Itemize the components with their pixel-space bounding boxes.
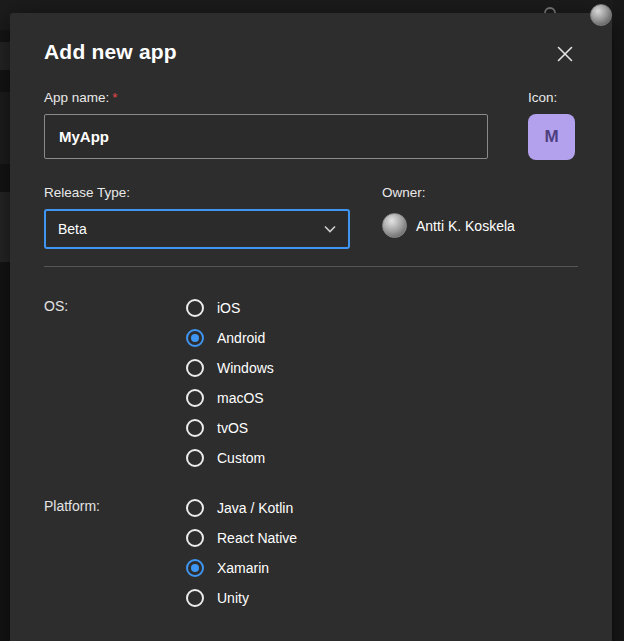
platform-radio-group: Java / KotlinReact NativeXamarinUnity	[186, 493, 297, 613]
radio-option-unity[interactable]: Unity	[186, 583, 297, 613]
radio-option-label: Unity	[217, 590, 249, 606]
radio-option-label: iOS	[217, 300, 240, 316]
owner-name: Antti K. Koskela	[416, 218, 515, 234]
radio-option-label: React Native	[217, 530, 297, 546]
radio-dot	[191, 564, 199, 572]
app-name-input[interactable]	[44, 114, 488, 159]
radio-selected-icon[interactable]	[186, 329, 204, 347]
radio-option-custom[interactable]: Custom	[186, 443, 274, 473]
radio-option-android[interactable]: Android	[186, 323, 274, 353]
radio-dot	[191, 334, 199, 342]
radio-option-label: Windows	[217, 360, 274, 376]
app-icon-letter: M	[544, 127, 558, 147]
radio-option-label: macOS	[217, 390, 264, 406]
os-radio-group: iOSAndroidWindowsmacOStvOSCustom	[186, 293, 274, 473]
radio-option-label: Android	[217, 330, 265, 346]
radio-icon[interactable]	[186, 589, 204, 607]
radio-option-label: Xamarin	[217, 560, 269, 576]
radio-icon[interactable]	[186, 389, 204, 407]
os-group-label: OS:	[44, 293, 186, 473]
radio-option-react-native[interactable]: React Native	[186, 523, 297, 553]
radio-icon[interactable]	[186, 449, 204, 467]
release-type-select[interactable]: Beta	[44, 209, 350, 249]
chevron-down-icon	[324, 225, 336, 233]
radio-option-macos[interactable]: macOS	[186, 383, 274, 413]
user-avatar[interactable]	[590, 4, 612, 26]
radio-option-label: Custom	[217, 450, 265, 466]
app-icon-preview[interactable]: M	[528, 114, 575, 160]
radio-icon[interactable]	[186, 359, 204, 377]
release-type-label: Release Type:	[44, 185, 350, 200]
app-name-label: App name:*	[44, 90, 488, 105]
radio-option-xamarin[interactable]: Xamarin	[186, 553, 297, 583]
radio-icon[interactable]	[186, 299, 204, 317]
platform-group-label: Platform:	[44, 493, 186, 613]
section-divider	[44, 266, 578, 267]
page-edge	[613, 0, 624, 641]
owner-avatar	[382, 213, 407, 238]
radio-icon[interactable]	[186, 529, 204, 547]
radio-option-tvos[interactable]: tvOS	[186, 413, 274, 443]
required-mark: *	[112, 90, 117, 105]
radio-option-label: Java / Kotlin	[217, 500, 293, 516]
release-type-value: Beta	[58, 221, 87, 237]
radio-option-ios[interactable]: iOS	[186, 293, 274, 323]
owner-label: Owner:	[382, 185, 515, 200]
radio-option-windows[interactable]: Windows	[186, 353, 274, 383]
close-icon[interactable]	[554, 43, 576, 65]
radio-icon[interactable]	[186, 499, 204, 517]
dialog-title: Add new app	[44, 40, 177, 64]
radio-icon[interactable]	[186, 419, 204, 437]
icon-label: Icon:	[528, 90, 578, 105]
radio-selected-icon[interactable]	[186, 559, 204, 577]
radio-option-java-kotlin[interactable]: Java / Kotlin	[186, 493, 297, 523]
add-new-app-dialog: Add new app App name:* Icon: M Release T…	[10, 13, 612, 641]
radio-option-label: tvOS	[217, 420, 248, 436]
